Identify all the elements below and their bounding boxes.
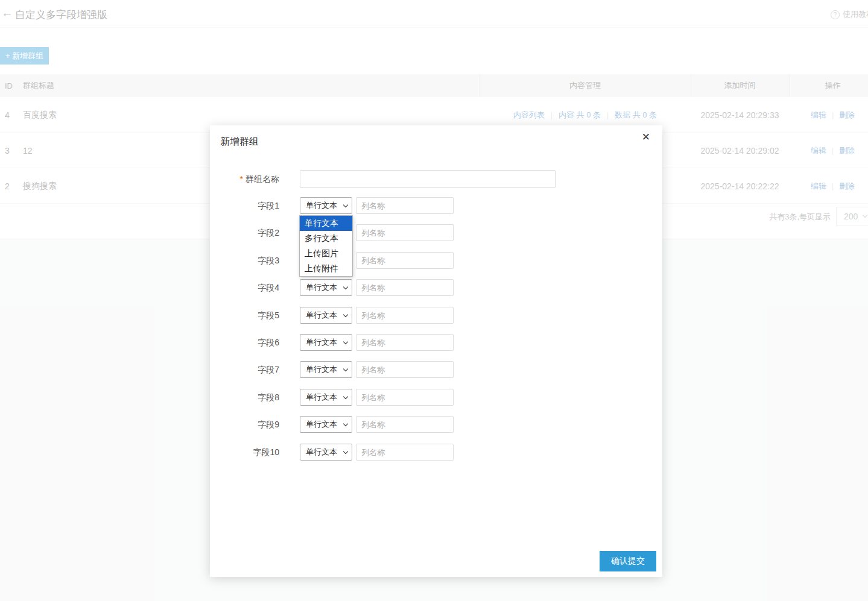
dropdown-option[interactable]: 单行文本 (300, 216, 352, 231)
column-name-input[interactable] (356, 279, 454, 296)
modal-title: 新增群组 (220, 136, 259, 148)
field-row: 字段6单行文本 (210, 334, 662, 351)
field-row: 字段3单行文本 (210, 252, 662, 269)
field-type-value: 单行文本 (306, 200, 337, 211)
chevron-down-icon (343, 421, 348, 426)
field-type-select[interactable]: 单行文本 (300, 334, 352, 351)
chevron-down-icon (343, 448, 348, 453)
field-type-select[interactable]: 单行文本 (300, 279, 352, 296)
add-group-modal: 新增群组 ✕ *群组名称 字段1单行文本字段2单行文本字段3单行文本字段4单行文… (210, 125, 662, 577)
field-type-value: 单行文本 (306, 392, 337, 403)
column-name-input[interactable] (356, 416, 454, 433)
column-name-input[interactable] (356, 197, 454, 214)
field-type-select[interactable]: 单行文本 (300, 307, 352, 324)
field-label: 字段3 (210, 252, 279, 269)
dropdown-option[interactable]: 上传附件 (300, 261, 352, 276)
column-name-input[interactable] (356, 224, 454, 241)
field-type-value: 单行文本 (306, 419, 337, 430)
field-label: 字段7 (210, 361, 279, 378)
field-type-value: 单行文本 (306, 282, 337, 293)
column-name-input[interactable] (356, 334, 454, 351)
field-label: 字段6 (210, 334, 279, 351)
field-label: 字段8 (210, 389, 279, 406)
field-label: 字段5 (210, 307, 279, 324)
field-type-select[interactable]: 单行文本 (300, 197, 352, 214)
chevron-down-icon (343, 339, 348, 344)
group-name-input[interactable] (300, 170, 556, 188)
group-name-label-text: 群组名称 (246, 174, 279, 184)
field-type-select[interactable]: 单行文本 (300, 361, 352, 378)
confirm-submit-button[interactable]: 确认提交 (600, 551, 656, 571)
field-row: 字段7单行文本 (210, 361, 662, 378)
field-row: 字段1单行文本 (210, 197, 662, 214)
field-type-select[interactable]: 单行文本 (300, 389, 352, 406)
chevron-down-icon (343, 312, 348, 316)
chevron-down-icon (343, 366, 348, 371)
field-row: 字段2单行文本 (210, 224, 662, 241)
field-label: 字段9 (210, 416, 279, 433)
field-row: 字段8单行文本 (210, 389, 662, 406)
column-name-input[interactable] (356, 389, 454, 406)
group-name-label: *群组名称 (210, 170, 279, 188)
dropdown-option[interactable]: 上传图片 (300, 246, 352, 261)
close-icon[interactable]: ✕ (642, 132, 650, 142)
field-label: 字段1 (210, 197, 279, 214)
field-type-value: 单行文本 (306, 447, 337, 458)
field-type-select[interactable]: 单行文本 (300, 416, 352, 433)
field-label: 字段2 (210, 224, 279, 241)
column-name-input[interactable] (356, 307, 454, 324)
column-name-input[interactable] (356, 444, 454, 461)
chevron-down-icon (343, 394, 348, 398)
chevron-down-icon (343, 202, 348, 207)
field-row: 字段5单行文本 (210, 307, 662, 324)
page: ← 自定义多字段增强版 ? 使用教程 + 新增群组 ID 群组标题 内容管理 添… (0, 0, 868, 601)
field-row: 字段9单行文本 (210, 416, 662, 433)
field-type-value: 单行文本 (306, 364, 337, 375)
chevron-down-icon (343, 284, 348, 289)
field-type-value: 单行文本 (306, 337, 337, 348)
field-type-select[interactable]: 单行文本 (300, 444, 352, 461)
required-mark: * (240, 174, 243, 184)
column-name-input[interactable] (356, 252, 454, 269)
dropdown-option[interactable]: 多行文本 (300, 231, 352, 246)
field-type-value: 单行文本 (306, 310, 337, 321)
type-dropdown: 单行文本多行文本上传图片上传附件 (299, 215, 353, 277)
field-label: 字段10 (210, 444, 279, 461)
column-name-input[interactable] (356, 361, 454, 378)
field-label: 字段4 (210, 279, 279, 296)
field-row: 字段4单行文本 (210, 279, 662, 296)
field-row: 字段10单行文本 (210, 444, 662, 461)
